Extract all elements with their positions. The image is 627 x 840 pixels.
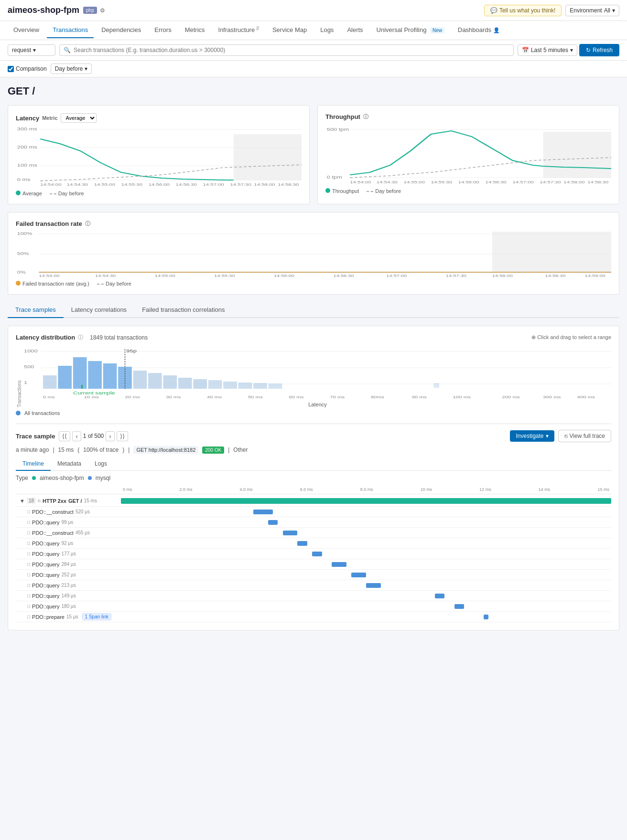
tab-trace-samples[interactable]: Trace samples	[8, 302, 64, 318]
timeline-bar	[454, 604, 465, 609]
timeline-bar	[253, 510, 273, 514]
timeline-bar-area	[121, 560, 611, 569]
timeline-label: □ PDO::query92 μs	[16, 540, 121, 547]
toolbar: request ▾ 🔍 📅 Last 5 minutes ▾ ↻ Refresh	[0, 40, 627, 61]
svg-text:0 ms: 0 ms	[17, 177, 31, 182]
timeline-bar-area	[121, 518, 611, 527]
svg-text:14:58:00: 14:58:00	[254, 182, 275, 187]
chevron-down-icon: ▾	[33, 47, 36, 53]
timeline-row: □ PDO::query149 μs	[16, 591, 611, 601]
svg-text:14:57:00: 14:57:00	[513, 180, 534, 184]
svg-rect-60	[73, 357, 87, 389]
svg-text:14:56:30: 14:56:30	[486, 180, 507, 184]
timeline-bar-area	[121, 539, 611, 548]
refresh-icon: ↻	[586, 47, 591, 53]
tab-timeline[interactable]: Timeline	[16, 457, 51, 471]
comparison-checkbox[interactable]: Comparison	[8, 65, 47, 72]
tab-failed-transaction-correlations[interactable]: Failed transaction correlations	[134, 302, 232, 318]
trace-next-btn[interactable]: ›	[106, 431, 114, 441]
comparison-period-selector[interactable]: Day before ▾	[51, 64, 92, 74]
nav-errors[interactable]: Errors	[149, 22, 177, 38]
charts-row: Latency Metric Average 300 ms 200 ms 100…	[8, 105, 619, 204]
nav-metrics[interactable]: Metrics	[179, 22, 211, 38]
nav-infrastructure[interactable]: Infrastructure β	[213, 22, 265, 38]
svg-rect-69	[208, 380, 222, 389]
nav-transactions[interactable]: Transactions	[47, 22, 94, 38]
page-title: GET /	[8, 85, 619, 97]
timeline-label: ▼ 18 ⎋ HTTP 2xx GET / 15 ms	[16, 496, 121, 505]
svg-text:300 ms: 300 ms	[543, 395, 561, 399]
nav-universal-profiling[interactable]: Universal Profiling New	[371, 22, 450, 38]
svg-text:14:55:30: 14:55:30	[431, 180, 453, 184]
svg-text:14:56:00: 14:56:00	[274, 274, 294, 277]
failed-transaction-card: Failed transaction rate ⓘ 100% 50% 0% 14…	[8, 212, 619, 295]
environment-selector[interactable]: Environment All ▾	[565, 5, 619, 16]
chevron-down-icon: ▾	[612, 7, 615, 14]
svg-text:40 ms: 40 ms	[207, 395, 222, 399]
trace-first-btn[interactable]: ⟨⟨	[59, 431, 70, 441]
view-full-trace-button[interactable]: ⎋ View full trace	[558, 430, 611, 442]
metric-select[interactable]: Average	[61, 113, 97, 123]
investigate-button[interactable]: Investigate ▾	[510, 430, 554, 442]
nav-alerts[interactable]: Alerts	[341, 22, 368, 38]
svg-text:14:54:00: 14:54:00	[39, 274, 59, 277]
trace-section: Latency distribution ⓘ 1849 total transa…	[8, 326, 619, 630]
timeline-bar-area	[121, 592, 611, 600]
refresh-button[interactable]: ↻ Refresh	[579, 44, 619, 56]
span-link[interactable]: 1 Span link	[82, 613, 111, 620]
php-badge: php	[83, 7, 97, 14]
timeline-row: □ PDO::__construct455 μs	[16, 528, 611, 538]
svg-text:14:57:00: 14:57:00	[386, 274, 407, 277]
svg-text:90 ms: 90 ms	[412, 395, 427, 399]
timeline-label: □ PDO::query284 μs	[16, 561, 121, 568]
trace-prev-btn[interactable]: ‹	[72, 431, 81, 441]
tab-logs[interactable]: Logs	[88, 457, 114, 471]
timeline-label: □ PDO::query177 μs	[16, 550, 121, 558]
svg-text:0 tpm: 0 tpm	[327, 175, 342, 180]
latency-chart-legend: Average Day before	[16, 191, 302, 196]
feedback-button[interactable]: 💬 Tell us what you think!	[484, 5, 562, 16]
svg-text:14:55:00: 14:55:00	[94, 182, 116, 187]
timeline-row: □ PDO::query99 μs	[16, 517, 611, 528]
service-dot-aimeos	[32, 476, 36, 480]
svg-text:95p: 95p	[126, 349, 136, 353]
main-tabs: Trace samples Latency correlations Faile…	[8, 302, 619, 318]
timeline-bar	[283, 531, 298, 535]
svg-text:14:56:00: 14:56:00	[458, 180, 480, 184]
timeline-axis-label	[16, 487, 121, 492]
calendar-button[interactable]: 📅 Last 5 minutes ▾	[518, 44, 577, 56]
svg-text:14:57:30: 14:57:30	[230, 182, 252, 187]
timeline-axis: 0 ms2.0 ms4.0 ms6.0 ms8.0 ms10 ms12 ms14…	[121, 487, 611, 492]
nav-overview[interactable]: Overview	[8, 22, 45, 38]
calendar-icon: 📅	[522, 47, 529, 53]
info-icon: ⓘ	[363, 113, 368, 120]
tab-metadata[interactable]: Metadata	[51, 457, 88, 471]
svg-rect-58	[43, 375, 57, 389]
svg-text:14:56:30: 14:56:30	[176, 182, 197, 187]
nav-dashboards[interactable]: Dashboards 👤	[452, 22, 506, 38]
nav-service-map[interactable]: Service Map	[267, 22, 313, 38]
svg-text:14:58:00: 14:58:00	[563, 180, 585, 184]
nav-logs[interactable]: Logs	[314, 22, 339, 38]
tab-latency-correlations[interactable]: Latency correlations	[64, 302, 134, 318]
info-icon: ⓘ	[78, 334, 83, 341]
trace-last-btn[interactable]: ⟩⟩	[117, 431, 128, 441]
trace-sample-title: Trace sample	[16, 433, 55, 440]
svg-text:300 ms: 300 ms	[17, 127, 38, 131]
nav-dependencies[interactable]: Dependencies	[96, 22, 147, 38]
svg-rect-67	[178, 378, 192, 389]
throughput-chart-legend: Throughput Day before	[325, 188, 611, 194]
timeline-bar-area	[121, 550, 611, 558]
svg-text:14:57:00: 14:57:00	[203, 182, 225, 187]
svg-text:20 ms: 20 ms	[125, 395, 140, 399]
svg-text:0 ms: 0 ms	[43, 395, 55, 399]
svg-rect-70	[223, 382, 237, 389]
settings-icon[interactable]: ⚙	[100, 7, 105, 14]
expand-icon[interactable]: ▼	[20, 498, 25, 504]
request-type-selector[interactable]: request ▾	[8, 44, 55, 56]
timeline-bar-area	[121, 529, 611, 537]
search-input[interactable]	[74, 47, 509, 53]
svg-text:400 ms: 400 ms	[577, 395, 595, 399]
timeline-label: □ PDO::prepare15 μs 1 Span link	[16, 612, 121, 621]
timeline-row: □ PDO::query284 μs	[16, 559, 611, 570]
